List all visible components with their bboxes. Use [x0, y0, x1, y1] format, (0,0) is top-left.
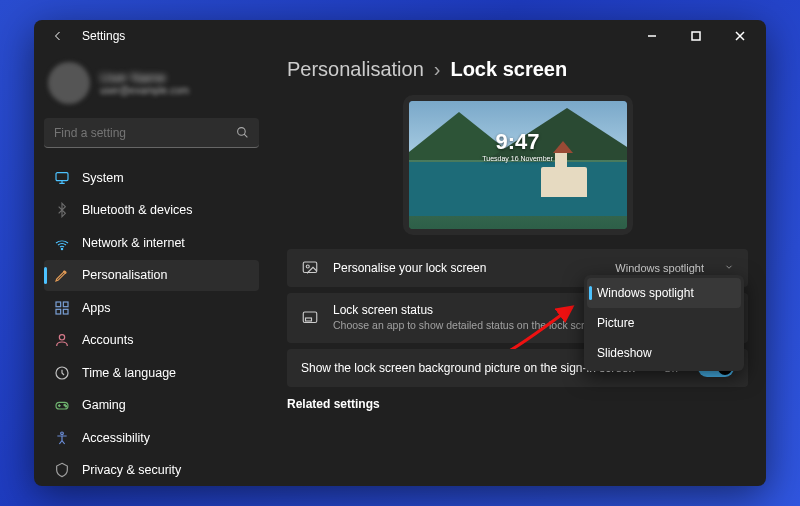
profile-name: User Name: [100, 70, 189, 85]
dropdown-option-windows-spotlight[interactable]: Windows spotlight: [587, 278, 741, 308]
setting-value: Windows spotlight: [615, 262, 704, 274]
maximize-icon: [691, 31, 701, 41]
sidebar-item-apps[interactable]: Apps: [44, 292, 259, 324]
search-icon: [236, 126, 249, 139]
sidebar: User Name user@example.com SystemBluetoo…: [34, 52, 269, 486]
back-button[interactable]: [46, 24, 70, 48]
svg-rect-0: [692, 32, 700, 40]
close-button[interactable]: [718, 20, 762, 52]
dropdown-option-picture[interactable]: Picture: [587, 308, 741, 338]
svg-rect-6: [56, 309, 61, 314]
sidebar-item-label: Network & internet: [82, 236, 185, 250]
setting-lockscreen-status[interactable]: Lock screen status Choose an app to show…: [287, 293, 748, 343]
sidebar-item-privacy-security[interactable]: Privacy & security: [44, 455, 259, 487]
svg-rect-7: [63, 309, 68, 314]
svg-point-15: [306, 265, 309, 268]
svg-point-8: [59, 335, 64, 340]
close-icon: [735, 31, 745, 41]
sidebar-item-time-language[interactable]: Time & language: [44, 357, 259, 389]
minimize-icon: [647, 31, 657, 41]
titlebar-left: Settings: [46, 24, 125, 48]
preview-lake: [409, 162, 627, 216]
accounts-icon: [54, 332, 70, 348]
dropdown-option-slideshow[interactable]: Slideshow: [587, 338, 741, 368]
sidebar-item-label: Personalisation: [82, 268, 167, 282]
gaming-icon: [54, 397, 70, 413]
svg-rect-2: [56, 172, 68, 180]
minimize-button[interactable]: [630, 20, 674, 52]
image-icon: [301, 259, 319, 277]
maximize-button[interactable]: [674, 20, 718, 52]
lockscreen-preview: 9:47 Tuesday 16 November: [403, 95, 633, 235]
sidebar-item-label: Accessibility: [82, 431, 150, 445]
breadcrumb-sep: ›: [434, 58, 441, 81]
sidebar-item-gaming[interactable]: Gaming: [44, 390, 259, 422]
search-box[interactable]: [44, 118, 259, 148]
sidebar-item-label: Apps: [82, 301, 111, 315]
privacy-icon: [54, 462, 70, 478]
profile-text: User Name user@example.com: [100, 70, 189, 96]
titlebar: Settings: [34, 20, 766, 52]
personalise-dropdown: Windows spotlightPictureSlideshow: [584, 275, 744, 371]
accessibility-icon: [54, 430, 70, 446]
sidebar-item-label: Privacy & security: [82, 463, 181, 477]
preview-time: 9:47: [409, 129, 627, 155]
sidebar-item-system[interactable]: System: [44, 162, 259, 194]
avatar: [48, 62, 90, 104]
sidebar-item-label: Time & language: [82, 366, 176, 380]
status-icon: [301, 309, 319, 327]
apps-icon: [54, 300, 70, 316]
bluetooth-icon: [54, 202, 70, 218]
profile-section[interactable]: User Name user@example.com: [44, 58, 259, 116]
chevron-down-icon: [724, 261, 734, 275]
sidebar-item-accounts[interactable]: Accounts: [44, 325, 259, 357]
sidebar-item-accessibility[interactable]: Accessibility: [44, 422, 259, 454]
svg-point-3: [61, 248, 62, 249]
settings-window: Settings User Name user@example.com: [34, 20, 766, 486]
sidebar-item-label: Bluetooth & devices: [82, 203, 193, 217]
sidebar-item-bluetooth-devices[interactable]: Bluetooth & devices: [44, 195, 259, 227]
breadcrumb-parent[interactable]: Personalisation: [287, 58, 424, 81]
preview-date: Tuesday 16 November: [409, 155, 627, 162]
svg-rect-17: [306, 318, 312, 321]
lockscreen-preview-wrap: 9:47 Tuesday 16 November: [287, 95, 748, 235]
sidebar-item-personalisation[interactable]: Personalisation: [44, 260, 259, 292]
setting-title: Personalise your lock screen: [333, 261, 601, 275]
related-settings-heading: Related settings: [287, 397, 748, 411]
svg-point-13: [61, 432, 64, 435]
svg-point-1: [238, 128, 246, 136]
sidebar-item-label: Accounts: [82, 333, 133, 347]
svg-rect-4: [56, 302, 61, 307]
personalise-icon: [54, 267, 70, 283]
preview-clock: 9:47 Tuesday 16 November: [409, 129, 627, 162]
main-content: Personalisation › Lock screen 9:47 Tuesd…: [269, 52, 766, 486]
profile-email: user@example.com: [100, 85, 189, 96]
system-icon: [54, 170, 70, 186]
nav-list: SystemBluetooth & devicesNetwork & inter…: [44, 162, 259, 486]
sidebar-item-network-internet[interactable]: Network & internet: [44, 227, 259, 259]
search-input[interactable]: [54, 126, 236, 140]
arrow-left-icon: [52, 30, 64, 42]
sidebar-item-label: Gaming: [82, 398, 126, 412]
svg-rect-5: [63, 302, 68, 307]
breadcrumb-current: Lock screen: [450, 58, 567, 81]
time-icon: [54, 365, 70, 381]
svg-point-12: [65, 406, 66, 407]
setting-text: Personalise your lock screen: [333, 261, 601, 275]
window-body: User Name user@example.com SystemBluetoo…: [34, 52, 766, 486]
sidebar-item-label: System: [82, 171, 124, 185]
window-title: Settings: [82, 29, 125, 43]
breadcrumb: Personalisation › Lock screen: [287, 56, 748, 95]
network-icon: [54, 235, 70, 251]
window-controls: [630, 20, 762, 52]
